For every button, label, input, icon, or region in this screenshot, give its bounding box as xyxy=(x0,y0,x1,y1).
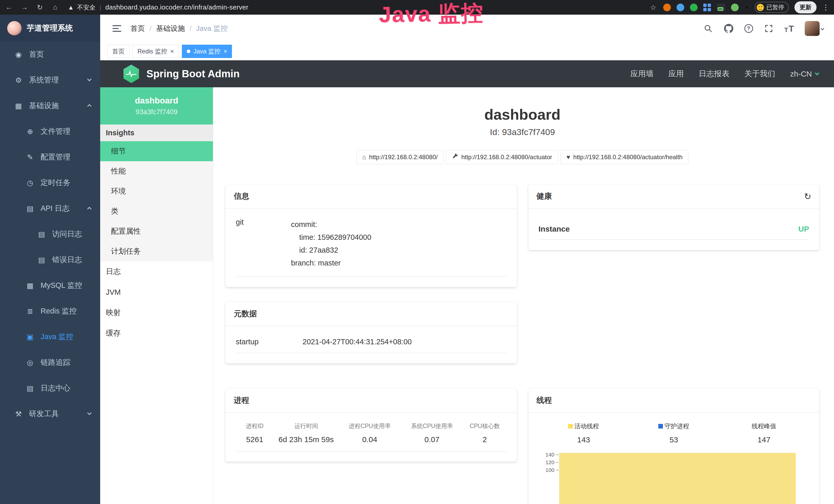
sba-brand[interactable]: Spring Boot Admin xyxy=(147,68,240,79)
nav-journal[interactable]: 日志报表 xyxy=(699,69,729,79)
search-icon[interactable] xyxy=(703,24,713,33)
breadcrumb-current: Java 监控 xyxy=(196,24,228,33)
bookmark-star-icon[interactable]: ☆ xyxy=(649,3,658,12)
instance-id-subtitle: Id: 93a3fc7f7409 xyxy=(225,127,819,137)
sba-item-jvm[interactable]: JVM xyxy=(100,282,213,302)
sidebar-menu: ◉ 首页 ⚙ 系统管理 ▦ 基础设施 ⊕ 文件管理 ✎ 配置管理 xyxy=(0,42,100,427)
extension-icon-2[interactable] xyxy=(677,4,684,11)
address-bar[interactable]: ▲ 不安全 | dashboard.yudao.iocoder.cn/infra… xyxy=(68,3,248,12)
sidebar-item-log-center[interactable]: ▤ 日志中心 xyxy=(0,375,100,401)
browser-menu-icon[interactable]: ⋮ xyxy=(822,3,829,12)
paused-label: 已暂停 xyxy=(766,3,784,11)
breadcrumb-infra[interactable]: 基础设施 xyxy=(156,24,185,33)
sidebar-item-redis[interactable]: ≣ Redis 监控 xyxy=(0,298,100,324)
extension-icon-4[interactable] xyxy=(703,4,711,11)
threads-chart: 140 120 100 xyxy=(539,451,809,504)
breadcrumb: 首页 / 基础设施 / Java 监控 xyxy=(130,24,228,33)
sba-item-environment[interactable]: 环境 xyxy=(100,181,213,201)
service-url-button[interactable]: ⌂ http://192.168.0.2:48080/ xyxy=(356,150,444,164)
sba-item-details[interactable]: 细节 xyxy=(100,141,213,161)
extension-icon-3[interactable] xyxy=(690,4,698,11)
fullscreen-icon[interactable] xyxy=(764,24,774,33)
forward-icon[interactable]: → xyxy=(20,3,29,11)
sba-logo-icon xyxy=(123,65,140,83)
info-card-header: 信息 xyxy=(225,184,517,209)
health-card: 健康 ↺ Instance UP xyxy=(528,184,820,250)
reload-icon[interactable]: ↻ xyxy=(36,3,44,12)
nav-wallboard[interactable]: 应用墙 xyxy=(630,69,654,79)
smiley-icon xyxy=(757,4,764,11)
sidebar-item-home[interactable]: ◉ 首页 xyxy=(0,42,100,67)
hamburger-icon[interactable] xyxy=(112,25,121,32)
insights-items: 细节 性能 环境 类 配置属性 计划任务 xyxy=(100,141,213,261)
font-size-icon[interactable]: TT xyxy=(785,24,794,33)
browser-actions: ☆ on 已暂停 更新 ⋮ xyxy=(649,1,829,13)
sba-item-scheduled[interactable]: 计划任务 xyxy=(100,241,213,261)
sidebar-item-config[interactable]: ✎ 配置管理 xyxy=(0,144,100,170)
sba-sidebar: dashboard 93a3fc7f7409 Insights 细节 性能 环境… xyxy=(100,87,213,504)
user-menu[interactable] xyxy=(805,21,824,36)
home-icon[interactable]: ⌂ xyxy=(51,3,60,11)
instance-header[interactable]: dashboard 93a3fc7f7409 xyxy=(100,87,213,124)
sba-item-caches[interactable]: 缓存 xyxy=(100,323,213,344)
instance-name: dashboard xyxy=(135,96,178,106)
sidebar-item-mysql[interactable]: ▦ MySQL 监控 xyxy=(0,273,100,298)
sba-nav-links: 应用墙 应用 日志报表 关于我们 zh-CN xyxy=(630,69,818,79)
document-icon: ▤ xyxy=(26,204,35,213)
help-icon[interactable]: ? xyxy=(744,24,753,33)
url-text: dashboard.yudao.iocoder.cn/infra/admin-s… xyxy=(105,3,248,11)
extension-icon-6[interactable] xyxy=(731,4,739,11)
process-col-proc-cpu: 进程CPU使用率 0.04 xyxy=(338,422,401,444)
gear-icon: ⚙ xyxy=(14,76,23,85)
app-logo[interactable]: 芋道管理系统 xyxy=(0,15,100,42)
legend-peak-threads: 线程峰值 147 xyxy=(719,422,809,444)
nav-about[interactable]: 关于我们 xyxy=(744,69,775,79)
sidebar-item-access-log[interactable]: ▤ 访问日志 xyxy=(0,221,100,247)
back-icon[interactable]: ← xyxy=(5,3,13,11)
process-table: 进程ID 5261 运行时间 6d 23h 15m 59s 进程CPU使用率 xyxy=(236,422,506,451)
sidebar-item-tracing[interactable]: ◎ 链路追踪 xyxy=(0,350,100,375)
close-tab-icon[interactable]: × xyxy=(223,48,227,54)
sidebar-item-error-log[interactable]: ▤ 错误日志 xyxy=(0,247,100,273)
sidebar-item-jobs[interactable]: ◷ 定时任务 xyxy=(0,170,100,196)
sidebar-item-files[interactable]: ⊕ 文件管理 xyxy=(0,119,100,144)
sidebar-item-devtools[interactable]: ⚒ 研发工具 xyxy=(0,401,100,427)
legend-swatch-yellow xyxy=(568,424,573,429)
eye-icon: ◎ xyxy=(26,359,35,367)
tab-home[interactable]: 首页 xyxy=(107,45,129,58)
sidebar-item-infra[interactable]: ▦ 基础设施 xyxy=(0,93,100,119)
close-tab-icon[interactable]: × xyxy=(170,48,174,54)
extension-icon-7[interactable] xyxy=(744,5,749,10)
locale-select[interactable]: zh-CN xyxy=(790,70,818,78)
sba-item-mappings[interactable]: 映射 xyxy=(100,302,213,323)
page-title: dashboard xyxy=(225,106,819,123)
chevron-up-icon xyxy=(87,207,92,211)
nav-applications[interactable]: 应用 xyxy=(668,69,684,79)
extension-icon-5[interactable]: on xyxy=(717,4,725,11)
sba-item-metrics[interactable]: 性能 xyxy=(100,161,213,181)
tab-java[interactable]: Java 监控 × xyxy=(182,45,232,58)
clock-icon: ◷ xyxy=(26,179,35,187)
tab-redis[interactable]: Redis 监控 × xyxy=(133,45,179,58)
sidebar-item-api-log[interactable]: ▤ API 日志 xyxy=(0,196,100,221)
security-label: 不安全 xyxy=(77,3,95,12)
address-divider: | xyxy=(100,4,101,11)
history-icon[interactable]: ↺ xyxy=(804,191,811,202)
extensions-paused-badge[interactable]: 已暂停 xyxy=(755,2,789,13)
sidebar-item-java[interactable]: ▣ Java 监控 xyxy=(0,324,100,350)
actuator-url-button[interactable]: http://192.168.0.2:48080/actuator xyxy=(446,150,558,164)
threads-legend: 活动线程 143 守护进程 53 线程峰值 14 xyxy=(539,422,809,444)
sba-item-logging[interactable]: 日志 xyxy=(100,261,213,282)
breadcrumb-home[interactable]: 首页 xyxy=(130,24,145,33)
chrome-update-button[interactable]: 更新 xyxy=(794,1,816,13)
sba-item-beans[interactable]: 类 xyxy=(100,201,213,221)
health-url-button[interactable]: ♥ http://192.168.0.2:48080/actuator/heal… xyxy=(561,150,688,164)
threads-card: 线程 活动线程 143 守护进程 xyxy=(528,388,820,504)
extension-icon-1[interactable] xyxy=(663,4,671,11)
warning-icon: ▲ xyxy=(68,4,74,11)
metadata-card-header: 元数据 xyxy=(225,302,517,326)
sba-item-configprops[interactable]: 配置属性 xyxy=(100,221,213,241)
github-icon[interactable] xyxy=(724,24,733,33)
grid-icon: ▦ xyxy=(26,281,35,290)
sidebar-item-system[interactable]: ⚙ 系统管理 xyxy=(0,67,100,93)
